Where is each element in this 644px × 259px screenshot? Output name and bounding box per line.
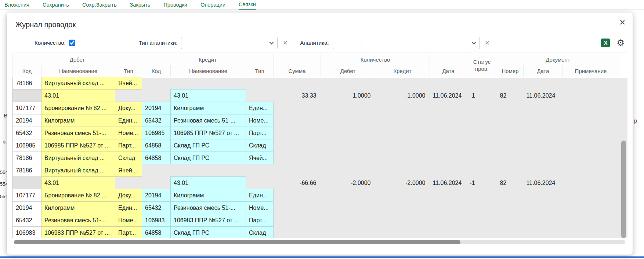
cell-ct[interactable]: Един... xyxy=(246,102,274,114)
cell-dn[interactable]: Виртуальный склад ... xyxy=(41,77,115,90)
cell-cn[interactable]: Резиновая смесь 51-... xyxy=(171,202,246,214)
cell-cn[interactable]: Резиновая смесь 51-... xyxy=(171,114,246,127)
cell-dn[interactable]: 106983 ППР №527 от ... xyxy=(41,227,115,238)
cell-dt[interactable]: Номе... xyxy=(115,127,142,139)
cell-ct[interactable]: Парт... xyxy=(246,127,274,139)
cell-dt[interactable]: Номе... xyxy=(115,214,142,227)
table-row[interactable]: 78186Виртуальный склад ...Ячей... xyxy=(13,77,619,90)
toolbar-item-save[interactable]: Сохранить xyxy=(43,0,69,10)
cell-cc[interactable]: 106983 xyxy=(142,214,171,227)
cell-dc[interactable]: 78186 xyxy=(13,152,41,164)
cell-cn[interactable]: Склад ГП РС xyxy=(171,139,246,152)
cell-cc[interactable]: 106985 xyxy=(142,127,171,139)
cell-ddate[interactable]: 11.06.2024 xyxy=(524,90,563,102)
cell-dc[interactable]: 65432 xyxy=(13,214,41,227)
cell-ddate[interactable]: 11.06.2024 xyxy=(524,177,563,189)
cell-qc[interactable]: -1.0000 xyxy=(375,90,430,102)
cell-dc[interactable]: 107177 xyxy=(13,102,41,114)
table-row[interactable]: 78186Виртуальный склад ...Склад64858Скла… xyxy=(13,152,619,164)
cell-dt[interactable]: Ячей... xyxy=(115,77,142,90)
cell-dc[interactable]: 106983 xyxy=(13,227,41,238)
cell-dc[interactable]: 20194 xyxy=(13,114,41,127)
cell-cn[interactable]: 106985 ППР №527 от ... xyxy=(171,127,246,139)
cell-dn[interactable]: Резиновая смесь 51-... xyxy=(41,127,115,139)
cell-dn[interactable]: Бронирование № 82 ... xyxy=(41,189,115,202)
cell-dt[interactable]: Доку... xyxy=(115,189,142,202)
cell-qd[interactable]: -2.0000 xyxy=(321,177,375,189)
cell-cc[interactable]: 65432 xyxy=(142,114,171,127)
toolbar-item-close[interactable]: Закрыть xyxy=(130,0,151,10)
cell-cn[interactable]: 43.01 xyxy=(171,90,246,102)
toolbar-item-save-close[interactable]: Сохр.Закрыть xyxy=(82,0,117,10)
table-row[interactable]: 107177Бронирование № 82 ...Доку...20194К… xyxy=(13,102,619,114)
table-row[interactable]: 20194КилограммЕдин...65432Резиновая смес… xyxy=(13,202,619,214)
vertical-scrollbar-thumb[interactable] xyxy=(621,141,626,238)
cell-cn[interactable]: 106983 ППР №527 от ... xyxy=(171,214,246,227)
cell-dn[interactable]: 43.01 xyxy=(41,177,115,189)
cell-cn[interactable]: Килограмм xyxy=(171,189,246,202)
close-icon[interactable]: × xyxy=(619,18,625,28)
horizontal-scrollbar[interactable] xyxy=(14,240,625,244)
cell-ct[interactable]: Парт... xyxy=(246,214,274,227)
cell-dn[interactable]: 106985 ППР №527 от ... xyxy=(41,139,115,152)
cell-date[interactable]: 11.06.2024 xyxy=(430,90,467,102)
cell-cc[interactable]: 20194 xyxy=(142,102,171,114)
cell-dt[interactable]: Доку... xyxy=(115,102,142,114)
cell-dn[interactable]: Килограмм xyxy=(41,202,115,214)
cell-cn[interactable]: 43.01 xyxy=(171,177,246,189)
cell-ct[interactable]: Склад xyxy=(246,227,274,238)
clear-analytics-button[interactable]: × xyxy=(485,39,490,47)
analytics-type-select[interactable] xyxy=(181,37,278,49)
cell-dn[interactable]: Бронирование № 82 ... xyxy=(41,102,115,114)
cell-dt[interactable]: Склад xyxy=(115,152,142,164)
cell-status[interactable]: -1 xyxy=(467,177,497,189)
cell-qd[interactable]: -1.0000 xyxy=(321,90,375,102)
cell-cc[interactable]: 64858 xyxy=(142,227,171,238)
cell-dc[interactable]: 65432 xyxy=(13,127,41,139)
table-row[interactable]: 65432Резиновая смесь 51-...Номе...106985… xyxy=(13,127,619,139)
cell-cc[interactable]: 65432 xyxy=(142,202,171,214)
toolbar-item-postings[interactable]: Проводки xyxy=(163,0,187,10)
cell-cc[interactable]: 20194 xyxy=(142,189,171,202)
table-row-total[interactable]: 43.0143.01-33.33-1.0000-1.000011.06.2024… xyxy=(13,90,619,102)
settings-button[interactable]: ⚙ xyxy=(616,39,625,47)
cell-dt[interactable]: Парт... xyxy=(115,139,142,152)
cell-dn[interactable]: Виртуальный склад ... xyxy=(41,152,115,164)
cell-cc[interactable]: 64858 xyxy=(142,139,171,152)
cell-num[interactable]: 82 xyxy=(497,90,524,102)
quantity-checkbox[interactable] xyxy=(69,40,75,46)
cell-dc[interactable]: 78186 xyxy=(13,164,41,177)
cell-dc[interactable]: 107177 xyxy=(13,189,41,202)
table-row-total[interactable]: 43.0143.01-66.66-2.0000-2.000011.06.2024… xyxy=(13,177,619,189)
toolbar-item-attachments[interactable]: Вложения xyxy=(4,0,29,10)
cell-sum[interactable]: -33.33 xyxy=(274,90,321,102)
excel-export-button[interactable]: X xyxy=(601,39,610,47)
analytics-select[interactable] xyxy=(362,37,480,49)
cell-cn[interactable]: Склад ГП РС xyxy=(171,152,246,164)
cell-dn[interactable]: Резиновая смесь 51-... xyxy=(41,214,115,227)
analytics-code-input[interactable] xyxy=(333,37,362,49)
table-row[interactable]: 20194КилограммЕдин...65432Резиновая смес… xyxy=(13,114,619,127)
toolbar-item-links[interactable]: Связки xyxy=(239,0,256,10)
cell-ct[interactable]: Ячей... xyxy=(246,152,274,164)
cell-dc[interactable]: 78186 xyxy=(13,77,41,90)
cell-ct[interactable]: Склад xyxy=(246,139,274,152)
cell-ct[interactable]: Номе... xyxy=(246,114,274,127)
cell-status[interactable]: -1 xyxy=(467,90,497,102)
cell-dc[interactable] xyxy=(13,90,41,102)
cell-dc[interactable] xyxy=(13,177,41,189)
table-row[interactable]: 78186Виртуальный склад ...Ячей... xyxy=(13,164,619,177)
cell-dc[interactable]: 106985 xyxy=(13,139,41,152)
cell-dn[interactable]: 43.01 xyxy=(41,90,115,102)
cell-cc[interactable]: 64858 xyxy=(142,152,171,164)
cell-dt[interactable]: Един... xyxy=(115,114,142,127)
clear-analytics-type-button[interactable]: × xyxy=(283,39,287,47)
horizontal-scrollbar-thumb[interactable] xyxy=(14,240,460,244)
cell-ct[interactable]: Номе... xyxy=(246,202,274,214)
cell-qc[interactable]: -2.0000 xyxy=(375,177,430,189)
cell-dt[interactable]: Един... xyxy=(115,202,142,214)
table-row[interactable]: 106983106983 ППР №527 от ...Парт...64858… xyxy=(13,227,619,238)
cell-sum[interactable]: -66.66 xyxy=(274,177,321,189)
table-row[interactable]: 106985106985 ППР №527 от ...Парт...64858… xyxy=(13,139,619,152)
cell-num[interactable]: 82 xyxy=(497,177,524,189)
